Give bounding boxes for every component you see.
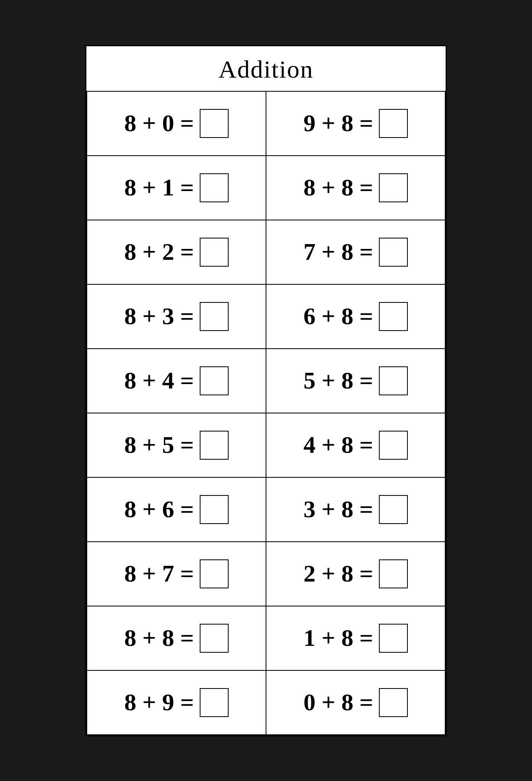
answer-box-left-9[interactable] bbox=[200, 688, 229, 717]
answer-box-right-8[interactable] bbox=[379, 624, 408, 653]
problem-text-left-9: 8 + 9 = bbox=[124, 688, 228, 717]
problem-text-left-6: 8 + 6 = bbox=[124, 495, 228, 524]
answer-box-right-9[interactable] bbox=[379, 688, 408, 717]
problem-text-left-5: 8 + 5 = bbox=[124, 431, 228, 460]
answer-box-left-4[interactable] bbox=[200, 366, 229, 395]
answer-box-right-3[interactable] bbox=[379, 302, 408, 331]
problem-cell-right-1: 8 + 8 = bbox=[266, 156, 446, 220]
worksheet: Addition 8 + 0 = 9 + 8 = 8 + 1 = 8 + 8 =… bbox=[85, 45, 447, 736]
problem-text-left-2: 8 + 2 = bbox=[124, 238, 228, 267]
answer-box-left-3[interactable] bbox=[200, 302, 229, 331]
problem-text-right-5: 4 + 8 = bbox=[303, 431, 407, 460]
problem-cell-right-0: 9 + 8 = bbox=[266, 92, 446, 156]
problem-text-left-3: 8 + 3 = bbox=[124, 302, 228, 331]
problem-cell-left-7: 8 + 7 = bbox=[87, 542, 266, 606]
problem-text-right-9: 0 + 8 = bbox=[303, 688, 407, 717]
answer-box-right-7[interactable] bbox=[379, 559, 408, 588]
problem-cell-right-9: 0 + 8 = bbox=[266, 671, 446, 735]
problem-cell-right-8: 1 + 8 = bbox=[266, 606, 446, 671]
answer-box-right-4[interactable] bbox=[379, 366, 408, 395]
answer-box-right-1[interactable] bbox=[379, 173, 408, 202]
problem-cell-left-6: 8 + 6 = bbox=[87, 478, 266, 542]
problem-text-left-0: 8 + 0 = bbox=[124, 109, 228, 138]
problem-text-right-4: 5 + 8 = bbox=[303, 366, 407, 395]
problem-text-left-4: 8 + 4 = bbox=[124, 366, 228, 395]
page-title: Addition bbox=[86, 46, 446, 92]
problem-cell-left-0: 8 + 0 = bbox=[87, 92, 266, 156]
problem-cell-right-2: 7 + 8 = bbox=[266, 220, 446, 285]
problem-text-right-3: 6 + 8 = bbox=[303, 302, 407, 331]
problem-cell-left-3: 8 + 3 = bbox=[87, 285, 266, 349]
problem-cell-right-4: 5 + 8 = bbox=[266, 349, 446, 413]
problem-text-left-7: 8 + 7 = bbox=[124, 559, 228, 588]
answer-box-left-6[interactable] bbox=[200, 495, 229, 524]
answer-box-left-0[interactable] bbox=[200, 109, 229, 138]
answer-box-right-6[interactable] bbox=[379, 495, 408, 524]
problem-cell-left-1: 8 + 1 = bbox=[87, 156, 266, 220]
problem-cell-left-5: 8 + 5 = bbox=[87, 413, 266, 478]
problem-text-right-8: 1 + 8 = bbox=[303, 624, 407, 653]
problem-cell-left-8: 8 + 8 = bbox=[87, 606, 266, 671]
problem-cell-left-2: 8 + 2 = bbox=[87, 220, 266, 285]
problem-text-right-6: 3 + 8 = bbox=[303, 495, 407, 524]
problems-grid: 8 + 0 = 9 + 8 = 8 + 1 = 8 + 8 = 8 + 2 = … bbox=[86, 92, 446, 735]
problem-text-left-1: 8 + 1 = bbox=[124, 173, 228, 202]
problem-cell-right-3: 6 + 8 = bbox=[266, 285, 446, 349]
answer-box-left-5[interactable] bbox=[200, 431, 229, 460]
answer-box-right-5[interactable] bbox=[379, 431, 408, 460]
problem-text-right-0: 9 + 8 = bbox=[303, 109, 407, 138]
problem-text-right-7: 2 + 8 = bbox=[303, 559, 407, 588]
problem-cell-right-5: 4 + 8 = bbox=[266, 413, 446, 478]
answer-box-right-2[interactable] bbox=[379, 238, 408, 267]
problem-text-left-8: 8 + 8 = bbox=[124, 624, 228, 653]
problem-text-right-2: 7 + 8 = bbox=[303, 238, 407, 267]
answer-box-left-2[interactable] bbox=[200, 238, 229, 267]
problem-cell-right-7: 2 + 8 = bbox=[266, 542, 446, 606]
answer-box-left-1[interactable] bbox=[200, 173, 229, 202]
answer-box-left-8[interactable] bbox=[200, 624, 229, 653]
problem-cell-left-9: 8 + 9 = bbox=[87, 671, 266, 735]
problem-cell-right-6: 3 + 8 = bbox=[266, 478, 446, 542]
answer-box-left-7[interactable] bbox=[200, 559, 229, 588]
problem-text-right-1: 8 + 8 = bbox=[303, 173, 407, 202]
problem-cell-left-4: 8 + 4 = bbox=[87, 349, 266, 413]
answer-box-right-0[interactable] bbox=[379, 109, 408, 138]
